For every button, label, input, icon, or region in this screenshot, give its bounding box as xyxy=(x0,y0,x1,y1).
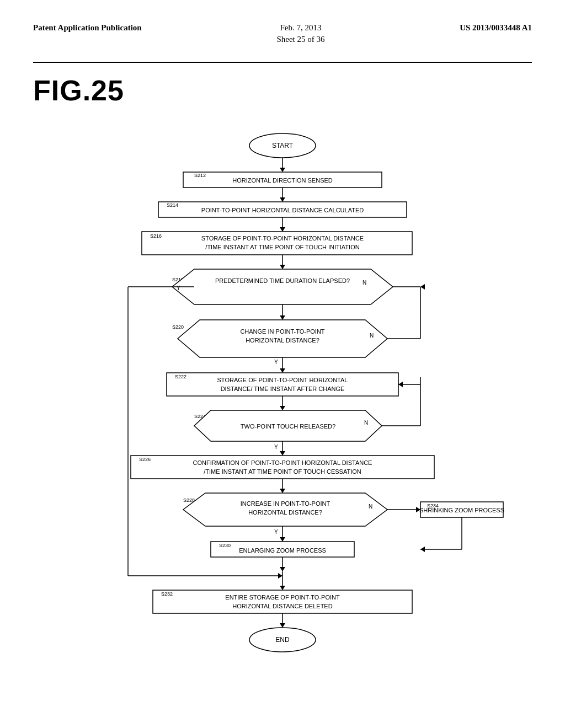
flowchart-diagram: START S212 HORIZONTAL DIRECTION SENSED S… xyxy=(56,124,509,664)
start-label: START xyxy=(272,142,294,149)
s212-text: HORIZONTAL DIRECTION SENSED xyxy=(232,177,333,184)
s228-n-label: N xyxy=(369,504,372,510)
end-label: END xyxy=(275,636,290,644)
s226-text1: CONFIRMATION OF POINT-TO-POINT HORIZONTA… xyxy=(193,459,372,466)
svg-marker-8 xyxy=(280,227,285,232)
publication-label: Patent Application Publication xyxy=(33,22,142,34)
s220-y-label: Y xyxy=(274,359,278,365)
header-center: Feb. 7, 2013 Sheet 25 of 36 xyxy=(276,22,324,45)
svg-marker-26 xyxy=(280,406,285,410)
s220-text2: HORIZONTAL DISTANCE? xyxy=(246,337,319,344)
s214-label: S214 xyxy=(167,202,178,208)
patent-number: US 2013/0033448 A1 xyxy=(460,22,532,34)
svg-marker-42 xyxy=(280,537,285,542)
svg-marker-46 xyxy=(420,547,425,552)
svg-marker-23 xyxy=(280,368,285,373)
s222-text1: STORAGE OF POINT-TO-POINT HORIZONTAL xyxy=(217,377,348,383)
svg-marker-56 xyxy=(280,623,285,628)
svg-marker-31 xyxy=(398,382,403,387)
s226-label: S226 xyxy=(139,457,151,462)
s228-text2: HORIZONTAL DISTANCE? xyxy=(248,509,322,516)
s232-text1: ENTIRE STORAGE OF POINT-TO-POINT xyxy=(225,594,340,601)
s224-y-label: Y xyxy=(274,444,278,450)
svg-marker-36 xyxy=(280,489,285,493)
figure-title: FIG.25 xyxy=(33,74,532,107)
s220-label: S220 xyxy=(172,324,184,330)
s214-text: POINT-TO-POINT HORIZONTAL DISTANCE CALCU… xyxy=(201,207,364,213)
s230-text: ENLARGING ZOOM PROCESS xyxy=(239,547,326,554)
s216-text2: /TIME INSTANT AT TIME POINT OF TOUCH INI… xyxy=(205,244,359,250)
svg-marker-12 xyxy=(172,269,393,304)
s218-n-label: N xyxy=(363,280,366,286)
s226-text2: /TIME INSTANT AT TIME POINT OF TOUCH CES… xyxy=(204,468,361,475)
svg-marker-21 xyxy=(420,284,425,290)
s218-y-label: Y xyxy=(177,285,180,291)
s218-text1: PREDETERMINED TIME DURATION ELAPSED? xyxy=(215,277,350,284)
s216-label: S216 xyxy=(150,233,162,239)
s220-n-label: N xyxy=(370,333,374,339)
svg-marker-2 xyxy=(280,168,285,172)
s216-text1: STORAGE OF POINT-TO-POINT HORIZONTAL DIS… xyxy=(201,235,364,242)
s232-text2: HORIZONTAL DISTANCE DELETED xyxy=(232,603,332,609)
s222-label: S222 xyxy=(175,374,186,379)
svg-marker-53 xyxy=(280,586,285,590)
svg-marker-50 xyxy=(278,573,282,579)
s228-text1: INCREASE IN POINT-TO-POINT xyxy=(241,500,331,507)
s220-text1: CHANGE IN POINT-TO-POINT xyxy=(240,328,324,335)
svg-marker-17 xyxy=(280,315,285,320)
s224-n-label: N xyxy=(364,420,368,426)
s222-text2: DISTANCE/ TIME INSTANT AFTER CHANGE xyxy=(221,386,345,392)
s230-label: S230 xyxy=(219,543,231,548)
page-header: Patent Application Publication Feb. 7, 2… xyxy=(33,22,532,45)
page: Patent Application Publication Feb. 7, 2… xyxy=(0,0,565,728)
svg-marker-11 xyxy=(280,265,285,269)
s232-label: S232 xyxy=(161,591,173,597)
s224-text: TWO-POINT TOUCH RELEASED? xyxy=(241,423,335,430)
s228-y-label: Y xyxy=(274,529,278,535)
s212-label: S212 xyxy=(194,173,206,178)
s234-text: SHRINKING ZOOM PROCESS xyxy=(419,507,504,513)
svg-marker-5 xyxy=(280,197,285,202)
svg-marker-33 xyxy=(280,451,285,456)
svg-marker-48 xyxy=(280,567,285,571)
